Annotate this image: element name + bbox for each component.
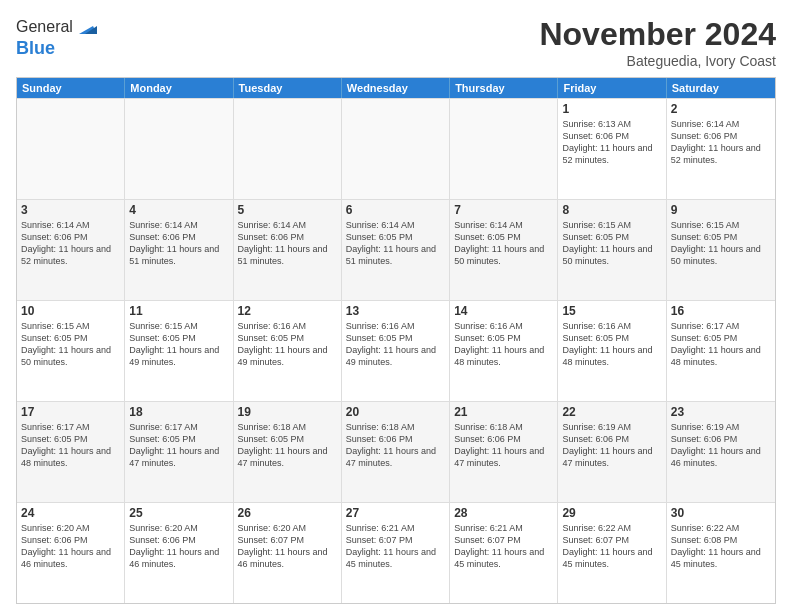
day-info: Sunrise: 6:22 AM Sunset: 6:07 PM Dayligh… [562, 522, 661, 571]
calendar-cell-4-5: 21Sunrise: 6:18 AM Sunset: 6:06 PM Dayli… [450, 402, 558, 502]
calendar-cell-4-2: 18Sunrise: 6:17 AM Sunset: 6:05 PM Dayli… [125, 402, 233, 502]
title-block: November 2024 Bateguedia, Ivory Coast [539, 16, 776, 69]
calendar-cell-5-4: 27Sunrise: 6:21 AM Sunset: 6:07 PM Dayli… [342, 503, 450, 603]
calendar-cell-2-6: 8Sunrise: 6:15 AM Sunset: 6:05 PM Daylig… [558, 200, 666, 300]
day-info: Sunrise: 6:14 AM Sunset: 6:06 PM Dayligh… [21, 219, 120, 268]
calendar-cell-1-7: 2Sunrise: 6:14 AM Sunset: 6:06 PM Daylig… [667, 99, 775, 199]
day-info: Sunrise: 6:16 AM Sunset: 6:05 PM Dayligh… [346, 320, 445, 369]
day-info: Sunrise: 6:21 AM Sunset: 6:07 PM Dayligh… [454, 522, 553, 571]
calendar-cell-5-5: 28Sunrise: 6:21 AM Sunset: 6:07 PM Dayli… [450, 503, 558, 603]
calendar-cell-2-2: 4Sunrise: 6:14 AM Sunset: 6:06 PM Daylig… [125, 200, 233, 300]
calendar-row-3: 10Sunrise: 6:15 AM Sunset: 6:05 PM Dayli… [17, 300, 775, 401]
day-number: 23 [671, 405, 771, 419]
calendar-body: 1Sunrise: 6:13 AM Sunset: 6:06 PM Daylig… [17, 98, 775, 603]
day-info: Sunrise: 6:21 AM Sunset: 6:07 PM Dayligh… [346, 522, 445, 571]
calendar-cell-5-6: 29Sunrise: 6:22 AM Sunset: 6:07 PM Dayli… [558, 503, 666, 603]
calendar-cell-4-3: 19Sunrise: 6:18 AM Sunset: 6:05 PM Dayli… [234, 402, 342, 502]
day-number: 8 [562, 203, 661, 217]
calendar-cell-4-6: 22Sunrise: 6:19 AM Sunset: 6:06 PM Dayli… [558, 402, 666, 502]
calendar-cell-2-5: 7Sunrise: 6:14 AM Sunset: 6:05 PM Daylig… [450, 200, 558, 300]
day-info: Sunrise: 6:20 AM Sunset: 6:07 PM Dayligh… [238, 522, 337, 571]
day-number: 30 [671, 506, 771, 520]
calendar-cell-4-7: 23Sunrise: 6:19 AM Sunset: 6:06 PM Dayli… [667, 402, 775, 502]
day-number: 21 [454, 405, 553, 419]
calendar-cell-5-7: 30Sunrise: 6:22 AM Sunset: 6:08 PM Dayli… [667, 503, 775, 603]
calendar-cell-1-2 [125, 99, 233, 199]
day-info: Sunrise: 6:17 AM Sunset: 6:05 PM Dayligh… [129, 421, 228, 470]
calendar-cell-2-4: 6Sunrise: 6:14 AM Sunset: 6:05 PM Daylig… [342, 200, 450, 300]
day-info: Sunrise: 6:18 AM Sunset: 6:06 PM Dayligh… [454, 421, 553, 470]
day-info: Sunrise: 6:15 AM Sunset: 6:05 PM Dayligh… [671, 219, 771, 268]
day-number: 19 [238, 405, 337, 419]
day-number: 10 [21, 304, 120, 318]
calendar-cell-4-1: 17Sunrise: 6:17 AM Sunset: 6:05 PM Dayli… [17, 402, 125, 502]
page: General Blue November 2024 Bateguedia, I… [0, 0, 792, 612]
calendar-cell-3-6: 15Sunrise: 6:16 AM Sunset: 6:05 PM Dayli… [558, 301, 666, 401]
logo-general-text: General [16, 18, 73, 36]
calendar-row-2: 3Sunrise: 6:14 AM Sunset: 6:06 PM Daylig… [17, 199, 775, 300]
day-info: Sunrise: 6:17 AM Sunset: 6:05 PM Dayligh… [21, 421, 120, 470]
calendar-cell-3-4: 13Sunrise: 6:16 AM Sunset: 6:05 PM Dayli… [342, 301, 450, 401]
day-info: Sunrise: 6:15 AM Sunset: 6:05 PM Dayligh… [129, 320, 228, 369]
day-info: Sunrise: 6:16 AM Sunset: 6:05 PM Dayligh… [562, 320, 661, 369]
day-number: 22 [562, 405, 661, 419]
day-number: 16 [671, 304, 771, 318]
day-info: Sunrise: 6:20 AM Sunset: 6:06 PM Dayligh… [129, 522, 228, 571]
header-wednesday: Wednesday [342, 78, 450, 98]
day-number: 3 [21, 203, 120, 217]
day-info: Sunrise: 6:16 AM Sunset: 6:05 PM Dayligh… [238, 320, 337, 369]
calendar-cell-5-1: 24Sunrise: 6:20 AM Sunset: 6:06 PM Dayli… [17, 503, 125, 603]
day-info: Sunrise: 6:13 AM Sunset: 6:06 PM Dayligh… [562, 118, 661, 167]
day-info: Sunrise: 6:15 AM Sunset: 6:05 PM Dayligh… [21, 320, 120, 369]
day-number: 2 [671, 102, 771, 116]
day-number: 13 [346, 304, 445, 318]
calendar-cell-2-1: 3Sunrise: 6:14 AM Sunset: 6:06 PM Daylig… [17, 200, 125, 300]
calendar-cell-2-7: 9Sunrise: 6:15 AM Sunset: 6:05 PM Daylig… [667, 200, 775, 300]
logo: General Blue [16, 16, 97, 59]
header-friday: Friday [558, 78, 666, 98]
calendar-cell-3-5: 14Sunrise: 6:16 AM Sunset: 6:05 PM Dayli… [450, 301, 558, 401]
calendar-header: Sunday Monday Tuesday Wednesday Thursday… [17, 78, 775, 98]
day-info: Sunrise: 6:14 AM Sunset: 6:06 PM Dayligh… [129, 219, 228, 268]
day-info: Sunrise: 6:15 AM Sunset: 6:05 PM Dayligh… [562, 219, 661, 268]
day-info: Sunrise: 6:22 AM Sunset: 6:08 PM Dayligh… [671, 522, 771, 571]
logo-blue-text: Blue [16, 38, 97, 59]
header-monday: Monday [125, 78, 233, 98]
day-info: Sunrise: 6:18 AM Sunset: 6:06 PM Dayligh… [346, 421, 445, 470]
day-number: 4 [129, 203, 228, 217]
header-tuesday: Tuesday [234, 78, 342, 98]
day-info: Sunrise: 6:19 AM Sunset: 6:06 PM Dayligh… [671, 421, 771, 470]
day-number: 27 [346, 506, 445, 520]
calendar-cell-1-3 [234, 99, 342, 199]
day-number: 20 [346, 405, 445, 419]
day-number: 9 [671, 203, 771, 217]
calendar-cell-3-3: 12Sunrise: 6:16 AM Sunset: 6:05 PM Dayli… [234, 301, 342, 401]
calendar-row-5: 24Sunrise: 6:20 AM Sunset: 6:06 PM Dayli… [17, 502, 775, 603]
day-number: 29 [562, 506, 661, 520]
day-info: Sunrise: 6:14 AM Sunset: 6:06 PM Dayligh… [671, 118, 771, 167]
day-info: Sunrise: 6:16 AM Sunset: 6:05 PM Dayligh… [454, 320, 553, 369]
header-thursday: Thursday [450, 78, 558, 98]
day-info: Sunrise: 6:20 AM Sunset: 6:06 PM Dayligh… [21, 522, 120, 571]
day-number: 11 [129, 304, 228, 318]
calendar: Sunday Monday Tuesday Wednesday Thursday… [16, 77, 776, 604]
day-number: 15 [562, 304, 661, 318]
day-number: 12 [238, 304, 337, 318]
calendar-cell-1-1 [17, 99, 125, 199]
day-number: 28 [454, 506, 553, 520]
calendar-cell-1-5 [450, 99, 558, 199]
header: General Blue November 2024 Bateguedia, I… [16, 16, 776, 69]
calendar-cell-3-7: 16Sunrise: 6:17 AM Sunset: 6:05 PM Dayli… [667, 301, 775, 401]
calendar-cell-3-1: 10Sunrise: 6:15 AM Sunset: 6:05 PM Dayli… [17, 301, 125, 401]
month-title: November 2024 [539, 16, 776, 53]
day-number: 5 [238, 203, 337, 217]
logo-icon [75, 16, 97, 38]
header-sunday: Sunday [17, 78, 125, 98]
day-number: 7 [454, 203, 553, 217]
day-info: Sunrise: 6:18 AM Sunset: 6:05 PM Dayligh… [238, 421, 337, 470]
location: Bateguedia, Ivory Coast [539, 53, 776, 69]
day-number: 6 [346, 203, 445, 217]
header-saturday: Saturday [667, 78, 775, 98]
day-info: Sunrise: 6:14 AM Sunset: 6:05 PM Dayligh… [454, 219, 553, 268]
calendar-cell-5-3: 26Sunrise: 6:20 AM Sunset: 6:07 PM Dayli… [234, 503, 342, 603]
